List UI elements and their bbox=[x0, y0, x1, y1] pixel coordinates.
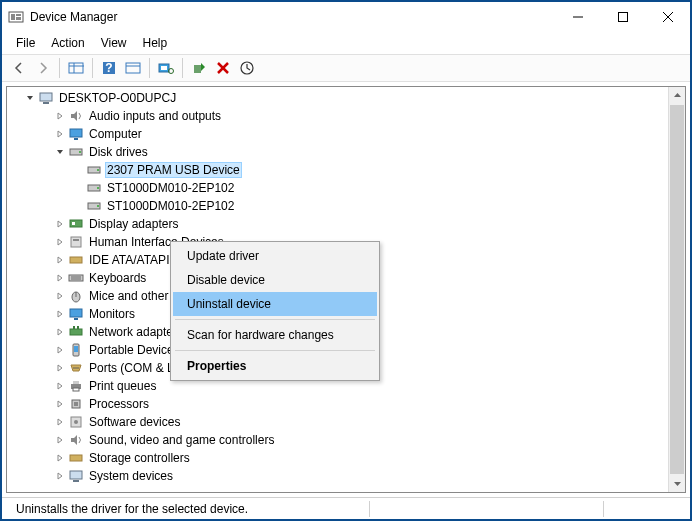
svg-point-33 bbox=[97, 205, 99, 207]
tree-category-storage[interactable]: Storage controllers bbox=[9, 449, 685, 467]
menu-uninstall-device[interactable]: Uninstall device bbox=[173, 292, 377, 316]
chevron-right-icon[interactable] bbox=[53, 127, 67, 141]
tree-label: Monitors bbox=[87, 306, 137, 322]
enable-device-button[interactable] bbox=[188, 57, 210, 79]
menu-scan-hardware[interactable]: Scan for hardware changes bbox=[173, 323, 377, 347]
chevron-right-icon[interactable] bbox=[53, 235, 67, 249]
help-button[interactable]: ? bbox=[98, 57, 120, 79]
chevron-right-icon[interactable] bbox=[53, 379, 67, 393]
tree-category-software[interactable]: Software devices bbox=[9, 413, 685, 431]
svg-rect-8 bbox=[69, 63, 83, 73]
toolbar-separator bbox=[149, 58, 150, 78]
monitor-icon bbox=[68, 126, 84, 142]
tree-root[interactable]: DESKTOP-O0DUPCJ bbox=[9, 89, 685, 107]
menu-update-driver[interactable]: Update driver bbox=[173, 244, 377, 268]
chevron-right-icon[interactable] bbox=[53, 469, 67, 483]
scan-hardware-button[interactable] bbox=[155, 57, 177, 79]
close-button[interactable] bbox=[645, 2, 690, 32]
vertical-scrollbar[interactable] bbox=[668, 87, 685, 492]
chevron-right-icon[interactable] bbox=[53, 397, 67, 411]
portable-icon bbox=[68, 342, 84, 358]
svg-point-60 bbox=[74, 420, 78, 424]
chevron-right-icon[interactable] bbox=[53, 253, 67, 267]
tree-item-disk[interactable]: ST1000DM010-2EP102 bbox=[9, 179, 685, 197]
menu-disable-device[interactable]: Disable device bbox=[173, 268, 377, 292]
scrollbar-thumb[interactable] bbox=[669, 104, 685, 475]
svg-text:?: ? bbox=[105, 61, 112, 75]
chevron-right-icon[interactable] bbox=[53, 415, 67, 429]
window-title: Device Manager bbox=[30, 10, 555, 24]
menu-view[interactable]: View bbox=[95, 34, 133, 52]
statusbar: Uninstalls the driver for the selected d… bbox=[2, 497, 690, 519]
svg-rect-18 bbox=[194, 65, 201, 73]
chevron-down-icon[interactable] bbox=[23, 91, 37, 105]
forward-button[interactable] bbox=[32, 57, 54, 79]
chevron-right-icon[interactable] bbox=[53, 451, 67, 465]
svg-rect-13 bbox=[126, 63, 140, 73]
mouse-icon bbox=[68, 288, 84, 304]
tree-category-computer[interactable]: Computer bbox=[9, 125, 685, 143]
tree-label: ST1000DM010-2EP102 bbox=[105, 198, 236, 214]
tree-label: 2307 PRAM USB Device bbox=[105, 162, 242, 178]
chevron-right-icon[interactable] bbox=[53, 361, 67, 375]
tree-item-disk-selected[interactable]: 2307 PRAM USB Device bbox=[9, 161, 685, 179]
hid-icon bbox=[68, 234, 84, 250]
network-icon bbox=[68, 324, 84, 340]
menu-file[interactable]: File bbox=[10, 34, 41, 52]
scroll-down-icon[interactable] bbox=[669, 475, 685, 492]
tree-category-processors[interactable]: Processors bbox=[9, 395, 685, 413]
svg-point-52 bbox=[75, 367, 77, 369]
menu-help[interactable]: Help bbox=[137, 34, 174, 52]
context-menu: Update driver Disable device Uninstall d… bbox=[170, 241, 380, 381]
chevron-right-icon[interactable] bbox=[53, 433, 67, 447]
toolbar-separator bbox=[92, 58, 93, 78]
tree-category-display[interactable]: Display adapters bbox=[9, 215, 685, 233]
tree-label: DESKTOP-O0DUPCJ bbox=[57, 90, 178, 106]
tree-category-system[interactable]: System devices bbox=[9, 467, 685, 485]
cpu-icon bbox=[68, 396, 84, 412]
tree-label: Software devices bbox=[87, 414, 182, 430]
menubar: File Action View Help bbox=[2, 32, 690, 54]
chevron-right-icon[interactable] bbox=[53, 109, 67, 123]
tree-category-sound[interactable]: Sound, video and game controllers bbox=[9, 431, 685, 449]
svg-rect-55 bbox=[73, 381, 79, 384]
scroll-up-icon[interactable] bbox=[669, 87, 685, 104]
chevron-right-icon[interactable] bbox=[53, 343, 67, 357]
show-hide-tree-button[interactable] bbox=[65, 57, 87, 79]
update-driver-button[interactable] bbox=[236, 57, 258, 79]
svg-rect-56 bbox=[73, 388, 79, 391]
port-icon bbox=[68, 360, 84, 376]
minimize-button[interactable] bbox=[555, 2, 600, 32]
toolbar-separator bbox=[59, 58, 60, 78]
menu-action[interactable]: Action bbox=[45, 34, 90, 52]
maximize-button[interactable] bbox=[600, 2, 645, 32]
properties-button[interactable] bbox=[122, 57, 144, 79]
svg-rect-1 bbox=[11, 14, 15, 20]
chevron-right-icon[interactable] bbox=[53, 289, 67, 303]
chevron-down-icon[interactable] bbox=[53, 145, 67, 159]
tree-label: Print queues bbox=[87, 378, 158, 394]
toolbar-separator bbox=[182, 58, 183, 78]
chevron-right-icon[interactable] bbox=[53, 217, 67, 231]
chevron-right-icon[interactable] bbox=[53, 307, 67, 321]
content-area: DESKTOP-O0DUPCJ Audio inputs and outputs… bbox=[2, 82, 690, 497]
spacer bbox=[71, 163, 85, 177]
svg-rect-34 bbox=[70, 220, 82, 227]
uninstall-device-button[interactable] bbox=[212, 57, 234, 79]
tree-label: Sound, video and game controllers bbox=[87, 432, 276, 448]
chevron-right-icon[interactable] bbox=[53, 271, 67, 285]
svg-rect-2 bbox=[16, 14, 21, 16]
menu-properties[interactable]: Properties bbox=[173, 354, 377, 378]
controller-icon bbox=[68, 252, 84, 268]
tree-item-disk[interactable]: ST1000DM010-2EP102 bbox=[9, 197, 685, 215]
svg-rect-44 bbox=[70, 309, 82, 317]
tree-category-audio[interactable]: Audio inputs and outputs bbox=[9, 107, 685, 125]
status-text: Uninstalls the driver for the selected d… bbox=[8, 502, 256, 516]
tree-label: Portable Devices bbox=[87, 342, 182, 358]
svg-rect-37 bbox=[73, 239, 79, 241]
chevron-right-icon[interactable] bbox=[53, 325, 67, 339]
tree-label: Computer bbox=[87, 126, 144, 142]
back-button[interactable] bbox=[8, 57, 30, 79]
tree-category-diskdrives[interactable]: Disk drives bbox=[9, 143, 685, 161]
svg-rect-22 bbox=[40, 93, 52, 101]
